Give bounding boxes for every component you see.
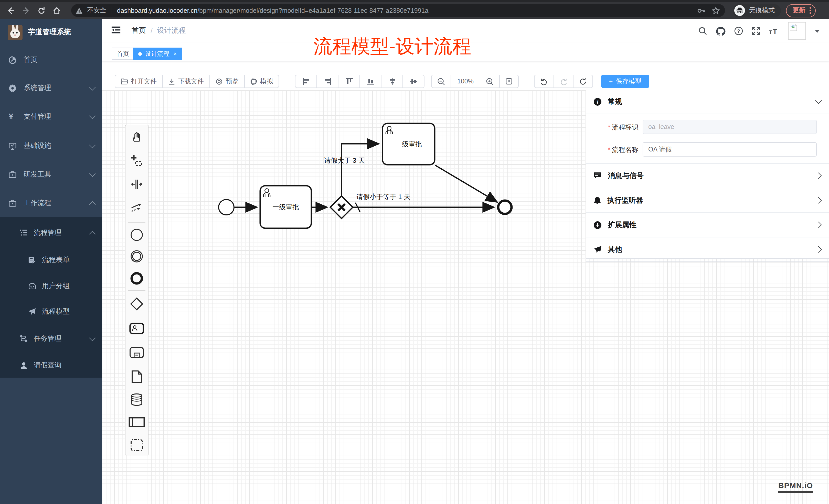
history-button-group <box>534 75 593 88</box>
global-connect-icon[interactable] <box>127 197 147 219</box>
sidebar-collapse-icon[interactable] <box>111 25 121 35</box>
security-warning-icon[interactable] <box>75 7 83 14</box>
exclusive-gateway[interactable] <box>330 196 353 219</box>
zoom-level: 100% <box>451 75 480 87</box>
help-icon[interactable]: ? <box>734 27 743 35</box>
sidebar-item-process-manage[interactable]: 流程管理 <box>0 221 102 244</box>
section-others[interactable]: 其他 <box>586 237 829 262</box>
download-file-button[interactable]: 下载文件 <box>163 75 210 87</box>
search-icon[interactable] <box>698 27 707 35</box>
dashboard-icon <box>9 56 16 64</box>
breadcrumb-home[interactable]: 首页 <box>132 26 146 35</box>
lasso-tool-icon[interactable] <box>127 150 147 171</box>
end-event[interactable] <box>498 201 511 214</box>
user-task-level1[interactable]: 一级审批 <box>260 186 311 228</box>
reload-icon[interactable] <box>34 4 49 17</box>
bpmn-io-logo[interactable]: BPMN.iO <box>778 481 813 493</box>
url-bar[interactable]: 不安全 dashboard.yudao.iocoder.cn/bpm/manag… <box>71 4 725 17</box>
user-task-level2[interactable]: 二级审批 <box>383 123 435 165</box>
align-top-icon[interactable] <box>338 75 360 87</box>
chevron-down-icon <box>90 87 95 89</box>
sidebar-item-label: 工作流程 <box>24 198 51 208</box>
omnibox-divider <box>111 7 112 14</box>
edge-label-le1[interactable]: 请假小于等于 1 天 <box>356 193 410 201</box>
url-text[interactable]: dashboard.yudao.iocoder.cn/bpm/manager/m… <box>117 7 428 14</box>
sidebar-item-process-form[interactable]: 流程表单 <box>0 248 102 272</box>
sidebar-item-home[interactable]: 首页 <box>0 45 102 74</box>
person-icon <box>20 361 28 369</box>
create-subprocess[interactable] <box>127 342 147 363</box>
browser-menu-icon[interactable] <box>809 7 811 14</box>
button-label: 保存模型 <box>616 77 641 86</box>
zoom-out-icon[interactable] <box>432 75 451 87</box>
section-label: 其他 <box>608 245 622 254</box>
forward-icon[interactable] <box>19 4 34 17</box>
sidebar-item-user-group[interactable]: 用户分组 <box>0 274 102 298</box>
bookmark-star-icon[interactable] <box>712 6 720 14</box>
preview-button[interactable]: 预览 <box>210 75 245 87</box>
create-start-event[interactable] <box>127 224 147 245</box>
zoom-reset-icon[interactable] <box>500 75 518 87</box>
align-bottom-icon[interactable] <box>360 75 382 87</box>
sidebar-item-devtools[interactable]: 研发工具 <box>0 160 102 189</box>
browser-update-button[interactable]: 更新 <box>786 4 816 17</box>
sidebar-item-task-manage[interactable]: 任务管理 <box>0 327 102 350</box>
create-end-event[interactable] <box>127 268 147 289</box>
github-icon[interactable] <box>716 26 726 36</box>
url-host: dashboard.yudao.iocoder.cn <box>117 7 197 14</box>
hand-tool-icon[interactable] <box>127 126 147 148</box>
space-tool-icon[interactable] <box>127 173 147 195</box>
sequence-flow-gt3[interactable] <box>341 144 379 195</box>
create-participant[interactable] <box>127 412 147 433</box>
tag-home[interactable]: 首页 <box>112 48 134 60</box>
create-data-object[interactable] <box>127 366 147 387</box>
sidebar-item-payment[interactable]: ¥ 支付管理 <box>0 102 102 131</box>
tag-design-process[interactable]: 设计流程 × <box>133 48 182 60</box>
align-right-icon[interactable] <box>317 75 338 87</box>
section-listeners[interactable]: 执行监听器 <box>586 188 829 213</box>
create-data-store[interactable] <box>127 389 147 411</box>
create-group[interactable] <box>127 434 147 456</box>
create-gateway[interactable] <box>127 293 147 315</box>
align-center-vertical-icon[interactable] <box>403 75 424 87</box>
sidebar-logo[interactable]: 芋道管理系统 <box>0 24 102 40</box>
edge-label-gt3[interactable]: 请假大于 3 天 <box>324 157 365 164</box>
zoom-in-icon[interactable] <box>480 75 500 87</box>
avatar[interactable] <box>788 22 806 40</box>
sidebar-item-leave-query[interactable]: 请假查询 <box>0 354 102 377</box>
logo-text: BPMN.iO <box>778 481 813 490</box>
security-label[interactable]: 不安全 <box>87 6 106 15</box>
sidebar-item-process-model[interactable]: 流程模型 <box>0 300 102 323</box>
font-size-icon[interactable]: TT <box>769 27 779 35</box>
redo-icon[interactable] <box>554 75 574 87</box>
section-extensions[interactable]: 扩展属性 <box>586 213 829 237</box>
password-key-icon[interactable] <box>697 6 706 14</box>
toolbox-icon <box>9 199 16 207</box>
start-event[interactable] <box>219 200 234 215</box>
align-center-horizontal-icon[interactable] <box>382 75 403 87</box>
home-icon[interactable] <box>49 4 65 17</box>
sidebar-item-workflow[interactable]: 工作流程 <box>0 189 102 218</box>
process-key-input[interactable]: oa_leave <box>643 120 817 134</box>
section-messages[interactable]: 消息与信号 <box>586 164 829 188</box>
section-general[interactable]: i 常规 <box>586 89 829 114</box>
save-model-button[interactable]: + 保存模型 <box>601 75 649 88</box>
open-file-button[interactable]: 打开文件 <box>115 75 163 87</box>
undo-icon[interactable] <box>535 75 554 87</box>
align-left-icon[interactable] <box>295 75 317 87</box>
create-user-task[interactable] <box>127 318 147 339</box>
create-intermediate-event[interactable] <box>127 245 147 267</box>
restart-icon[interactable] <box>574 75 592 87</box>
sequence-flow[interactable] <box>435 165 497 202</box>
process-name-input[interactable]: OA 请假 <box>643 142 817 157</box>
simulate-button[interactable]: 模拟 <box>245 75 279 87</box>
sidebar-item-infrastructure[interactable]: 基础设施 <box>0 131 102 160</box>
caret-down-icon[interactable] <box>815 30 820 33</box>
back-icon[interactable] <box>3 4 19 17</box>
fullscreen-icon[interactable] <box>752 27 760 35</box>
sidebar-item-system[interactable]: 系统管理 <box>0 74 102 102</box>
tag-close-icon[interactable]: × <box>174 51 177 57</box>
incognito-icon <box>734 5 745 16</box>
update-label[interactable]: 更新 <box>793 6 805 15</box>
sequence-flow-le1[interactable] <box>353 203 494 212</box>
